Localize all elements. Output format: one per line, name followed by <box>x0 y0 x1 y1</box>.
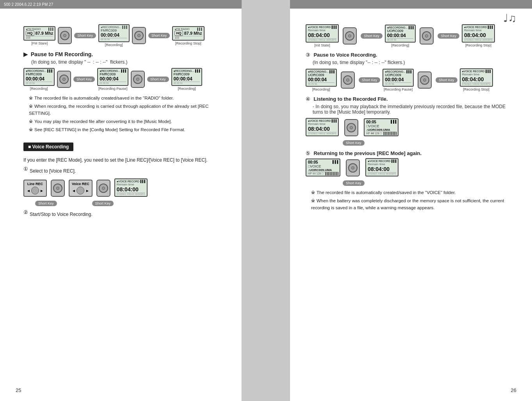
spine <box>242 0 290 401</box>
recording-stop-device: ●FM RADIO ▐▐▐ HQ 87.9 Mhz 103 [Recording… <box>172 26 204 45</box>
fm-state-screen: ●FM RADIO ▐▐▐ HQ 87.9 Mhz 103 <box>23 26 55 41</box>
player-4 <box>131 71 145 88</box>
player-r6 <box>346 159 360 176</box>
rec-resume-device: ●RECORDING...▐▐▐ FMRC009 00:00:04 05 05 … <box>171 68 203 91</box>
step2-text: Start/Stop to Voice Recording. <box>30 211 93 218</box>
right-header <box>290 0 532 9</box>
player-r5 <box>344 119 358 136</box>
player-r2 <box>420 27 434 45</box>
recording-stop-screen: ●FM RADIO ▐▐▐ HQ 87.9 Mhz 103 <box>172 26 204 41</box>
player-device-2 <box>132 27 146 44</box>
step2-row: ② Start/Stop to Voice Recording. <box>23 209 226 219</box>
return-voice-screen: ●VOICE RECORD▐▐▐ Remain time 08:04:00 ST… <box>365 158 399 176</box>
step5-num: ⑤ <box>306 150 310 156</box>
short-key-btn-1[interactable]: Short Key <box>74 33 96 38</box>
rec-stop-device-r: ●VOICE RECORD▐▐▐ Remain time 08:04:00 ST… <box>462 24 495 47</box>
short-key-btn-5[interactable]: Short Key <box>35 201 57 206</box>
notes-section: ※The recorded file is automatically crea… <box>23 94 226 133</box>
voice-rec-pause-screen: ●RECORDING...▐▐▐ UORC009 00:00:04 06 05 … <box>383 69 414 91</box>
step3-title: Pause to Voice Recording. <box>313 52 377 58</box>
rec-pause-device: ●RECORDING...▐▐▐ FMRC009 00:00:04 05 05 … <box>97 68 128 91</box>
player-r1 <box>343 27 357 45</box>
step2-num: ② <box>23 209 28 215</box>
step1-row: ① Select to [Voice REC]. <box>23 166 226 176</box>
step4-num: ④ <box>306 96 310 102</box>
short-key-btn-r6[interactable]: Short Key <box>343 180 365 186</box>
short-key-btn-r2[interactable]: Short Key <box>438 33 459 39</box>
playback-voice-screen: ●VOICE RECORD▐▐▐ Remain time 08:04:00 ST… <box>306 118 339 136</box>
voice-confirm-screen: ●VOICE RECORD▐▐▐ Remain time 08:04:00 ST… <box>114 178 148 197</box>
page-number-left: 25 <box>16 387 21 393</box>
left-page: 500 2 2004.6.22 2:19 PM 27 ●FM RADIO ▐▐▐… <box>0 0 242 401</box>
playing-screen: 00:05 ▐▐▐ □VOICE ♪UORC009.UMA HP 44 128 … <box>364 118 399 136</box>
step3-num: ③ <box>306 52 310 58</box>
player-device-1 <box>58 27 72 44</box>
right-page: ♩♫ ●VOICE RECORD▐▐▐ Remain time 08:04:00… <box>290 0 532 401</box>
voice-rec-header: ■ Voice Recording <box>23 143 73 151</box>
music-icon: ♩♫ <box>503 12 516 25</box>
line-rec-device: Line REC ◄ ► <box>23 180 47 197</box>
voice-rec-pause-1: ●RECORDING...▐▐▐ UORC009 00:00:04 06 05 … <box>306 69 337 91</box>
rec-screen-1: ●RECORDING... ▐▐▐ FMRC009 00:00:04 05 05… <box>98 24 130 42</box>
player-r3 <box>341 71 355 89</box>
step4-title: Listening to the Recorded File. <box>313 96 388 102</box>
voice-rec-device: Voice REC ◄ ► <box>69 180 93 197</box>
init-state-device: ●VOICE RECORD▐▐▐ Remain time 08:04:00 ST… <box>306 24 339 47</box>
page-number-right: 26 <box>511 387 516 393</box>
rec-device-r1: ●RECORDING...▐▐▐ UORC009 00:00:04 06 05 … <box>385 25 416 47</box>
player-5 <box>51 180 65 197</box>
pause-fm-subtitle: (In doing so, time display " -- : -- : -… <box>31 59 226 65</box>
player-3 <box>57 71 71 88</box>
short-key-btn-4[interactable]: Short Key <box>147 77 169 82</box>
short-key-btn-3[interactable]: Short Key <box>73 77 95 82</box>
recording-device-1: ●RECORDING... ▐▐▐ FMRC009 00:00:04 05 05… <box>98 24 130 47</box>
pause-rec-device-1: ●RECORDING...▐▐▐ FMRC009 00:00:04 05 05 … <box>23 68 55 91</box>
return-play-screen: 00:05 ▐▐▐ □VOICE ♪UORC009.UMA HP44128□ ▐… <box>306 159 340 176</box>
fm-state-device: ●FM RADIO ▐▐▐ HQ 87.9 Mhz 103 [FM Stare] <box>23 26 55 45</box>
player-r4 <box>418 71 432 89</box>
step1-num: ① <box>23 166 28 172</box>
right-notes-section: ※The recorded file is automatically crea… <box>306 189 516 211</box>
page-container: 500 2 2004.6.22 2:19 PM 27 ●FM RADIO ▐▐▐… <box>0 0 532 401</box>
pause-fm-title: ▶ Pause to FM Recording. <box>23 51 93 57</box>
short-key-btn-r3[interactable]: Short Key <box>359 77 381 83</box>
short-key-btn-r4[interactable]: Short Key <box>436 77 457 83</box>
voice-rec-intro: If you enter the [REC Mode], you need to… <box>23 157 226 164</box>
step4-subtitle: - In doing so, you may playback the imme… <box>313 104 516 115</box>
voice-rec-stop-screen: ●VOICE RECORD▐▐▐ Remain time 08:04:00 ST… <box>460 68 493 91</box>
step3-subtitle: (In doing so, time display "-- : -- : --… <box>313 60 516 65</box>
short-key-btn-2[interactable]: Short Key <box>148 33 170 38</box>
player-6 <box>96 180 110 197</box>
left-header: 500 2 2004.6.22 2:19 PM 27 <box>0 0 242 9</box>
step5-title: Returning to the previous [REC Mode] aga… <box>313 150 422 156</box>
short-key-btn-r5[interactable]: Short Key <box>343 140 365 146</box>
short-key-btn-6[interactable]: Short Key <box>92 201 114 206</box>
step1-text: Select to [Voice REC]. <box>30 168 76 175</box>
short-key-btn-r1[interactable]: Short Key <box>361 33 383 39</box>
